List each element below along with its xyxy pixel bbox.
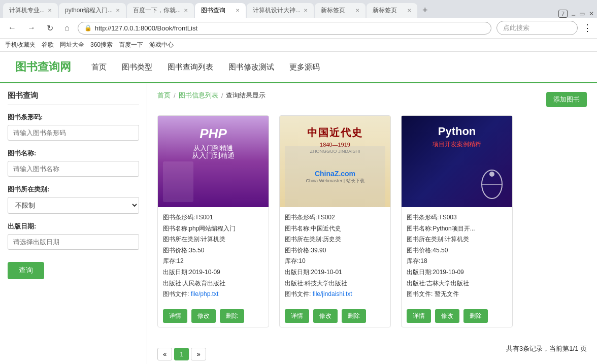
new-tab-button[interactable]: + bbox=[418, 3, 432, 18]
page-info: 共有3条记录，当前第1/1 页 bbox=[506, 344, 587, 353]
current-page-button[interactable]: 1 bbox=[174, 348, 189, 360]
tab-close-1[interactable]: ✕ bbox=[116, 8, 120, 13]
delete-btn-2[interactable]: 删除 bbox=[463, 309, 488, 323]
add-book-button[interactable]: 添加图书 bbox=[546, 92, 587, 107]
date-input[interactable] bbox=[8, 234, 139, 250]
site-nav: 首页 图书类型 图书查询列表 图书修改测试 更多源码 bbox=[91, 62, 320, 72]
book-info-2: 图书条形码:TS003 图书名称:Python项目开... 图书所在类别:计算机… bbox=[402, 207, 512, 305]
edit-btn-2[interactable]: 修改 bbox=[435, 309, 459, 323]
tab-1[interactable]: python编程入门... ✕ bbox=[59, 3, 126, 18]
book-price-1: 图书价格:39.90 bbox=[285, 245, 385, 256]
tab-2[interactable]: 百度一下，你就... ✕ bbox=[127, 3, 194, 18]
barcode-input[interactable] bbox=[8, 125, 139, 141]
book-date-0: 出版日期:2019-10-09 bbox=[163, 267, 263, 278]
back-button[interactable]: ← bbox=[5, 22, 19, 34]
browser-icons: ⋮ bbox=[583, 22, 592, 34]
book-actions-1: 详情 修改 删除 bbox=[280, 305, 390, 327]
tab-close-2[interactable]: ✕ bbox=[184, 8, 188, 13]
breadcrumb-current: 查询结果显示 bbox=[226, 91, 266, 100]
detail-btn-1[interactable]: 详情 bbox=[285, 309, 309, 323]
minimize-icon[interactable]: ⎽ bbox=[572, 10, 575, 17]
bookmark-3[interactable]: 360搜索 bbox=[90, 41, 113, 49]
tab-0[interactable]: 计算机专业... ✕ bbox=[3, 3, 58, 18]
book-actions-0: 详情 修改 删除 bbox=[158, 305, 269, 327]
search-input[interactable]: 点此搜索 bbox=[496, 21, 578, 35]
close-icon[interactable]: ✕ bbox=[589, 10, 594, 17]
breadcrumb-list[interactable]: 图书信息列表 bbox=[179, 91, 218, 100]
book-file-link-0[interactable]: file/php.txt bbox=[191, 290, 219, 297]
bookmark-4[interactable]: 百度一下 bbox=[119, 41, 143, 49]
nav-list[interactable]: 图书查询列表 bbox=[168, 62, 213, 72]
book-file-link-1[interactable]: file/jindaishi.txt bbox=[313, 290, 352, 297]
tab-3[interactable]: 图书查询 ✕ bbox=[195, 3, 246, 18]
book-card-0: PHP 从入门到精通 图书条形码:TS001 图书名称:php网站编程入门 图书… bbox=[157, 115, 269, 327]
tab-5[interactable]: 新标签页 ✕ bbox=[315, 3, 366, 18]
tab-close-4[interactable]: ✕ bbox=[304, 8, 308, 13]
book-file-nolink-2: 暂无文件 bbox=[435, 290, 459, 297]
breadcrumb-row: 首页 / 图书信息列表 / 查询结果显示 添加图书 bbox=[157, 91, 587, 108]
detail-btn-0[interactable]: 详情 bbox=[163, 309, 187, 323]
book-card-1: 中国近代史 1840—1919 ZHONGGUO JINDAISHI China… bbox=[279, 115, 391, 327]
query-button[interactable]: 查询 bbox=[8, 262, 44, 279]
book-stock-0: 库存:12 bbox=[163, 256, 263, 267]
bookmark-1[interactable]: 谷歌 bbox=[42, 41, 54, 49]
book-barcode-2: 图书条形码:TS003 bbox=[407, 212, 507, 223]
book-card-2: Python 项目开发案例精粹 bbox=[401, 115, 513, 327]
home-button[interactable]: ⌂ bbox=[61, 22, 73, 34]
cover-inner-1: 中国近代史 1840—1919 ZHONGGUO JINDAISHI China… bbox=[280, 116, 390, 207]
book-name-2: 图书名称:Python项目开... bbox=[407, 223, 507, 235]
tab-bar-right: 7 ⎽ ▭ ✕ bbox=[558, 10, 594, 18]
bookmark-0[interactable]: 手机收藏夹 bbox=[5, 41, 36, 49]
book-cover-0: PHP 从入门到精通 bbox=[158, 116, 269, 207]
tab-label: 百度一下，你就... bbox=[133, 6, 181, 15]
nav-more[interactable]: 更多源码 bbox=[289, 62, 320, 72]
address-text: http://127.0.0.1:8000/Book/frontList bbox=[95, 24, 197, 32]
delete-btn-0[interactable]: 删除 bbox=[220, 309, 244, 323]
book-file-0: 图书文件: file/php.txt bbox=[163, 289, 263, 300]
reload-button[interactable]: ↻ bbox=[44, 22, 56, 34]
bookmarks-bar: 手机收藏夹 谷歌 网址大全 360搜索 百度一下 游戏中心 bbox=[0, 39, 597, 52]
address-bar[interactable]: 🔒 http://127.0.0.1:8000/Book/frontList bbox=[78, 22, 491, 35]
breadcrumb-home[interactable]: 首页 bbox=[157, 91, 171, 100]
breadcrumb-sep-1: / bbox=[174, 92, 176, 100]
nav-category[interactable]: 图书类型 bbox=[122, 62, 152, 72]
book-spine-decoration bbox=[163, 161, 193, 202]
breadcrumb-sep-2: / bbox=[221, 92, 223, 100]
delete-btn-1[interactable]: 删除 bbox=[342, 309, 366, 323]
book-category-2: 图书所在类别:计算机类 bbox=[407, 234, 507, 245]
bookname-label: 图书名称: bbox=[8, 149, 139, 158]
python-subtitle: 项目开发案例精粹 bbox=[402, 140, 512, 149]
tab-close-3[interactable]: ✕ bbox=[236, 8, 240, 13]
prev-page-button[interactable]: « bbox=[157, 348, 172, 360]
edit-btn-1[interactable]: 修改 bbox=[313, 309, 338, 323]
book-cover-1: 中国近代史 1840—1919 ZHONGGUO JINDAISHI China… bbox=[280, 116, 390, 207]
tab-6[interactable]: 新标签页 ✕ bbox=[367, 3, 417, 18]
book-date-2: 出版日期:2019-10-09 bbox=[407, 267, 507, 278]
bookmark-5[interactable]: 游戏中心 bbox=[149, 41, 174, 49]
tab-close-5[interactable]: ✕ bbox=[355, 8, 359, 13]
detail-btn-2[interactable]: 详情 bbox=[407, 309, 431, 323]
next-page-button[interactable]: » bbox=[191, 348, 206, 360]
sidebar: 图书查询 图书条形码: 图书名称: 图书所在类别: 不限制 出版日期: 查询 bbox=[0, 83, 147, 364]
nav-edit[interactable]: 图书修改测试 bbox=[228, 62, 274, 72]
tab-4[interactable]: 计算机设计大神... ✕ bbox=[247, 3, 314, 18]
restore-icon[interactable]: ▭ bbox=[579, 10, 585, 17]
pagination: « 1 » bbox=[157, 348, 206, 360]
tab-close-0[interactable]: ✕ bbox=[48, 8, 52, 13]
book-price-0: 图书价格:35.50 bbox=[163, 245, 263, 256]
pagination-row: « 1 » 共有3条记录，当前第1/1 页 bbox=[157, 338, 587, 360]
book-name-0: 图书名称:php网站编程入门 bbox=[163, 223, 263, 235]
category-select[interactable]: 不限制 bbox=[8, 197, 139, 214]
nav-home[interactable]: 首页 bbox=[91, 62, 107, 72]
sidebar-title: 图书查询 bbox=[8, 91, 139, 105]
tab-close-6[interactable]: ✕ bbox=[407, 8, 411, 13]
date-group: 出版日期: bbox=[8, 222, 139, 250]
bookname-input[interactable] bbox=[8, 161, 139, 177]
cover-inner-0: PHP 从入门到精通 bbox=[158, 116, 269, 207]
browser-icon-1[interactable]: ⋮ bbox=[583, 22, 592, 34]
barcode-label: 图书条形码: bbox=[8, 113, 139, 122]
forward-button[interactable]: → bbox=[24, 22, 39, 34]
history-watermark: ChinaZ.com China Webmaster | 站长下载 bbox=[285, 146, 385, 207]
edit-btn-0[interactable]: 修改 bbox=[191, 309, 216, 323]
bookmark-2[interactable]: 网址大全 bbox=[60, 41, 84, 49]
